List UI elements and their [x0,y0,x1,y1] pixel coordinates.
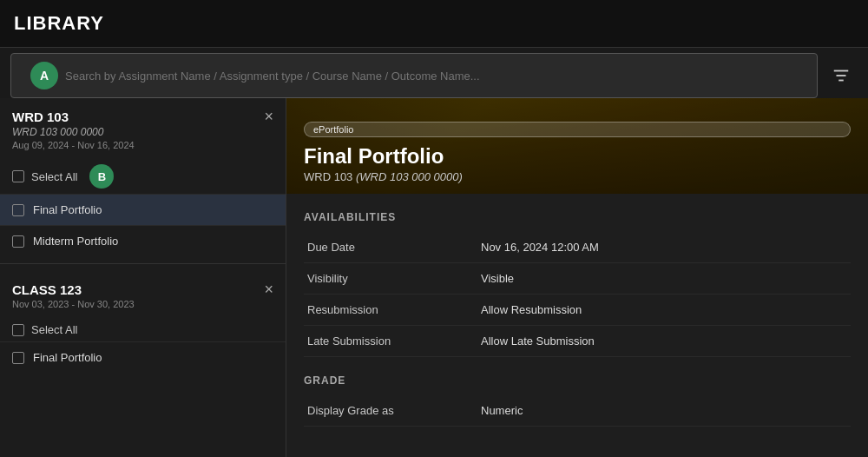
detail-subtitle: WRD 103 (WRD 103 000 0000) [304,170,851,183]
course-code-wrd103: WRD 103 000 0000 [12,126,273,138]
select-all-label-class123: Select All [31,323,77,336]
filter-icon [832,66,851,85]
assignment-label-final-portfolio-class123: Final Portfolio [33,351,102,364]
search-box: A [10,53,818,98]
search-input[interactable] [65,70,805,83]
filter-button[interactable] [825,61,858,90]
avail-val-0: Nov 16, 2024 12:00 AM [477,232,851,263]
assignment-checkbox-final-portfolio-class123[interactable] [12,352,24,364]
select-all-checkbox-wrd103[interactable] [12,170,24,182]
course-section-class123: CLASS 123 × Nov 03, 2023 - Nov 30, 2023 [0,271,286,309]
header: LIBRARY [0,0,868,48]
sidebar: WRD 103 × WRD 103 000 0000 Aug 09, 2024 … [0,98,286,457]
avatar-a: A [30,62,58,89]
close-course-class123[interactable]: × [264,281,273,297]
assignment-label-midterm-portfolio-wrd103: Midterm Portfolio [33,235,118,248]
assignment-checkbox-final-portfolio-wrd103[interactable] [12,204,24,216]
close-course-wrd103[interactable]: × [264,109,273,124]
select-all-label-wrd103: Select All [31,170,77,183]
course-title-class123: CLASS 123 [12,282,82,297]
grade-val-0: Numeric [477,395,851,427]
detail-panel: ePortfolio Final Portfolio WRD 103 (WRD … [286,98,868,457]
table-row: Visibility Visible [304,263,851,295]
avatar-b: B [89,164,114,189]
detail-course-code: (WRD 103 000 0000) [356,170,463,183]
avail-val-3: Allow Late Submission [477,326,851,357]
assignment-item-final-portfolio-class123[interactable]: Final Portfolio [0,341,286,373]
hero-banner: ePortfolio Final Portfolio WRD 103 (WRD … [286,98,868,194]
grade-key-0: Display Grade as [304,395,477,427]
availabilities-table: Due Date Nov 16, 2024 12:00 AM Visibilit… [304,232,851,357]
avail-key-3: Late Submission [304,326,477,357]
table-row: Resubmission Allow Resubmission [304,295,851,326]
page-title: LIBRARY [14,12,104,35]
course-section-wrd103: WRD 103 × WRD 103 000 0000 Aug 09, 2024 … [0,98,286,150]
select-all-row-wrd103: Select All B [0,159,286,194]
avail-val-2: Allow Resubmission [477,295,851,326]
avail-key-0: Due Date [304,232,477,263]
select-all-checkbox-class123[interactable] [12,324,24,336]
assignment-type-tag: ePortfolio [304,122,851,137]
detail-body: AVAILABILITIES Due Date Nov 16, 2024 12:… [286,194,868,457]
table-row: Display Grade as Numeric [304,395,851,427]
avail-val-1: Visible [477,263,851,295]
search-row: A [0,48,868,98]
availabilities-section-title: AVAILABILITIES [304,211,851,223]
divider-1 [0,263,286,264]
course-dates-wrd103: Aug 09, 2024 - Nov 16, 2024 [12,140,273,150]
table-row: Late Submission Allow Late Submission [304,326,851,357]
grade-section-title: GRADE [304,374,851,387]
grade-table: Display Grade as Numeric [304,395,851,427]
avail-key-1: Visibility [304,263,477,295]
course-dates-class123: Nov 03, 2023 - Nov 30, 2023 [12,299,273,309]
table-row: Due Date Nov 16, 2024 12:00 AM [304,232,851,263]
assignment-item-final-portfolio-wrd103[interactable]: Final Portfolio [0,194,286,225]
main-layout: WRD 103 × WRD 103 000 0000 Aug 09, 2024 … [0,98,868,457]
select-all-row-class123: Select All [0,318,286,341]
assignment-checkbox-midterm-portfolio-wrd103[interactable] [12,235,24,248]
avail-key-2: Resubmission [304,295,477,326]
course-title-wrd103: WRD 103 [12,109,69,124]
detail-title: Final Portfolio [304,144,851,169]
assignment-item-midterm-portfolio-wrd103[interactable]: Midterm Portfolio [0,225,286,256]
assignment-label-final-portfolio-wrd103: Final Portfolio [33,203,102,216]
detail-course-name: WRD 103 [304,170,352,183]
